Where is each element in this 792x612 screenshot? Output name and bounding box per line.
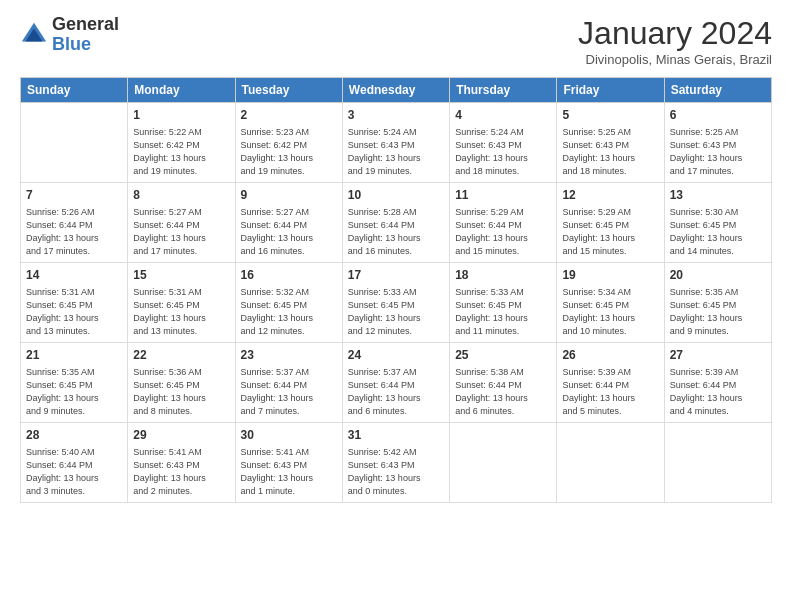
col-header-sunday: Sunday [21,78,128,103]
day-info: Sunrise: 5:27 AM Sunset: 6:44 PM Dayligh… [133,206,229,258]
day-cell: 24Sunrise: 5:37 AM Sunset: 6:44 PM Dayli… [342,342,449,422]
title-block: January 2024 Divinopolis, Minas Gerais, … [578,15,772,67]
day-info: Sunrise: 5:27 AM Sunset: 6:44 PM Dayligh… [241,206,337,258]
day-number: 21 [26,347,122,364]
day-cell: 12Sunrise: 5:29 AM Sunset: 6:45 PM Dayli… [557,182,664,262]
week-row-2: 7Sunrise: 5:26 AM Sunset: 6:44 PM Daylig… [21,182,772,262]
day-cell: 20Sunrise: 5:35 AM Sunset: 6:45 PM Dayli… [664,262,771,342]
day-cell: 8Sunrise: 5:27 AM Sunset: 6:44 PM Daylig… [128,182,235,262]
day-number: 13 [670,187,766,204]
logo-general: General [52,15,119,35]
day-cell: 6Sunrise: 5:25 AM Sunset: 6:43 PM Daylig… [664,103,771,183]
day-number: 14 [26,267,122,284]
day-number: 24 [348,347,444,364]
day-number: 12 [562,187,658,204]
col-header-friday: Friday [557,78,664,103]
col-header-thursday: Thursday [450,78,557,103]
day-cell: 3Sunrise: 5:24 AM Sunset: 6:43 PM Daylig… [342,103,449,183]
day-info: Sunrise: 5:36 AM Sunset: 6:45 PM Dayligh… [133,366,229,418]
week-row-5: 28Sunrise: 5:40 AM Sunset: 6:44 PM Dayli… [21,422,772,502]
day-cell: 19Sunrise: 5:34 AM Sunset: 6:45 PM Dayli… [557,262,664,342]
day-info: Sunrise: 5:41 AM Sunset: 6:43 PM Dayligh… [133,446,229,498]
week-row-1: 1Sunrise: 5:22 AM Sunset: 6:42 PM Daylig… [21,103,772,183]
day-cell: 29Sunrise: 5:41 AM Sunset: 6:43 PM Dayli… [128,422,235,502]
day-info: Sunrise: 5:31 AM Sunset: 6:45 PM Dayligh… [133,286,229,338]
day-cell: 1Sunrise: 5:22 AM Sunset: 6:42 PM Daylig… [128,103,235,183]
day-info: Sunrise: 5:39 AM Sunset: 6:44 PM Dayligh… [670,366,766,418]
day-info: Sunrise: 5:26 AM Sunset: 6:44 PM Dayligh… [26,206,122,258]
week-row-3: 14Sunrise: 5:31 AM Sunset: 6:45 PM Dayli… [21,262,772,342]
col-header-tuesday: Tuesday [235,78,342,103]
day-info: Sunrise: 5:28 AM Sunset: 6:44 PM Dayligh… [348,206,444,258]
day-cell: 14Sunrise: 5:31 AM Sunset: 6:45 PM Dayli… [21,262,128,342]
week-row-4: 21Sunrise: 5:35 AM Sunset: 6:45 PM Dayli… [21,342,772,422]
day-info: Sunrise: 5:35 AM Sunset: 6:45 PM Dayligh… [26,366,122,418]
month-title: January 2024 [578,15,772,52]
day-info: Sunrise: 5:40 AM Sunset: 6:44 PM Dayligh… [26,446,122,498]
header-row: SundayMondayTuesdayWednesdayThursdayFrid… [21,78,772,103]
day-number: 28 [26,427,122,444]
day-info: Sunrise: 5:37 AM Sunset: 6:44 PM Dayligh… [348,366,444,418]
day-info: Sunrise: 5:25 AM Sunset: 6:43 PM Dayligh… [562,126,658,178]
day-info: Sunrise: 5:24 AM Sunset: 6:43 PM Dayligh… [455,126,551,178]
day-info: Sunrise: 5:33 AM Sunset: 6:45 PM Dayligh… [348,286,444,338]
day-number: 20 [670,267,766,284]
day-cell: 13Sunrise: 5:30 AM Sunset: 6:45 PM Dayli… [664,182,771,262]
logo-icon [20,21,48,49]
day-info: Sunrise: 5:39 AM Sunset: 6:44 PM Dayligh… [562,366,658,418]
day-cell: 5Sunrise: 5:25 AM Sunset: 6:43 PM Daylig… [557,103,664,183]
day-info: Sunrise: 5:25 AM Sunset: 6:43 PM Dayligh… [670,126,766,178]
col-header-monday: Monday [128,78,235,103]
day-number: 25 [455,347,551,364]
logo: General Blue [20,15,119,55]
day-number: 26 [562,347,658,364]
day-number: 29 [133,427,229,444]
logo-text: General Blue [52,15,119,55]
day-cell: 16Sunrise: 5:32 AM Sunset: 6:45 PM Dayli… [235,262,342,342]
day-info: Sunrise: 5:38 AM Sunset: 6:44 PM Dayligh… [455,366,551,418]
day-cell: 25Sunrise: 5:38 AM Sunset: 6:44 PM Dayli… [450,342,557,422]
day-info: Sunrise: 5:22 AM Sunset: 6:42 PM Dayligh… [133,126,229,178]
day-cell [557,422,664,502]
day-cell: 9Sunrise: 5:27 AM Sunset: 6:44 PM Daylig… [235,182,342,262]
day-number: 27 [670,347,766,364]
day-number: 10 [348,187,444,204]
day-number: 16 [241,267,337,284]
day-number: 18 [455,267,551,284]
day-info: Sunrise: 5:42 AM Sunset: 6:43 PM Dayligh… [348,446,444,498]
day-number: 6 [670,107,766,124]
day-number: 15 [133,267,229,284]
col-header-wednesday: Wednesday [342,78,449,103]
day-number: 23 [241,347,337,364]
day-cell: 22Sunrise: 5:36 AM Sunset: 6:45 PM Dayli… [128,342,235,422]
day-info: Sunrise: 5:30 AM Sunset: 6:45 PM Dayligh… [670,206,766,258]
day-number: 19 [562,267,658,284]
calendar-table: SundayMondayTuesdayWednesdayThursdayFrid… [20,77,772,503]
day-number: 5 [562,107,658,124]
day-info: Sunrise: 5:24 AM Sunset: 6:43 PM Dayligh… [348,126,444,178]
day-cell: 31Sunrise: 5:42 AM Sunset: 6:43 PM Dayli… [342,422,449,502]
day-number: 31 [348,427,444,444]
page: General Blue January 2024 Divinopolis, M… [0,0,792,612]
day-number: 30 [241,427,337,444]
header: General Blue January 2024 Divinopolis, M… [20,15,772,67]
day-cell [664,422,771,502]
day-number: 4 [455,107,551,124]
day-number: 22 [133,347,229,364]
day-cell: 17Sunrise: 5:33 AM Sunset: 6:45 PM Dayli… [342,262,449,342]
day-cell: 30Sunrise: 5:41 AM Sunset: 6:43 PM Dayli… [235,422,342,502]
day-cell: 28Sunrise: 5:40 AM Sunset: 6:44 PM Dayli… [21,422,128,502]
day-info: Sunrise: 5:34 AM Sunset: 6:45 PM Dayligh… [562,286,658,338]
day-number: 9 [241,187,337,204]
day-cell: 11Sunrise: 5:29 AM Sunset: 6:44 PM Dayli… [450,182,557,262]
day-cell: 21Sunrise: 5:35 AM Sunset: 6:45 PM Dayli… [21,342,128,422]
col-header-saturday: Saturday [664,78,771,103]
day-cell: 2Sunrise: 5:23 AM Sunset: 6:42 PM Daylig… [235,103,342,183]
day-cell [21,103,128,183]
day-number: 17 [348,267,444,284]
day-number: 7 [26,187,122,204]
day-cell [450,422,557,502]
day-cell: 4Sunrise: 5:24 AM Sunset: 6:43 PM Daylig… [450,103,557,183]
day-number: 3 [348,107,444,124]
day-info: Sunrise: 5:33 AM Sunset: 6:45 PM Dayligh… [455,286,551,338]
